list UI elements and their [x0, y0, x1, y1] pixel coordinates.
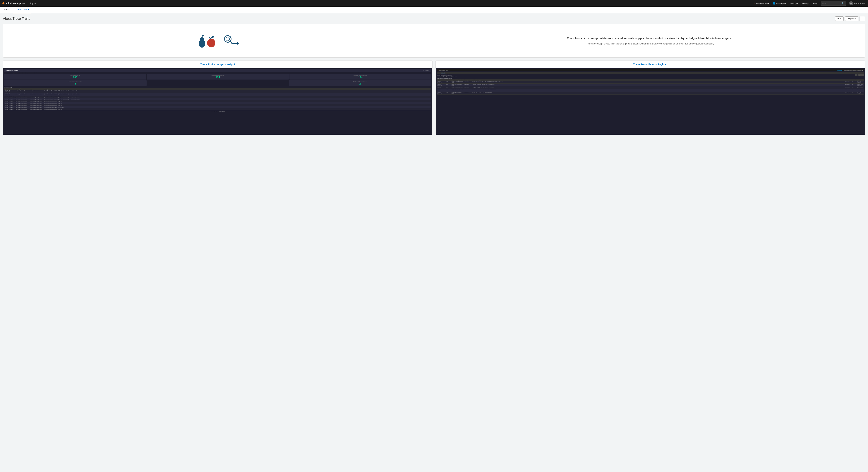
mini-metric-0: Fruits Traceability Events Stats 260 [4, 74, 146, 80]
ledgers-insight-title: Trace Fruits Ledgers Insight [3, 61, 432, 68]
svg-point-4 [207, 38, 215, 48]
mini-td-tracing: [FruitsReceiver] Validated block [131] i… [44, 100, 431, 102]
settings-chevron-icon: ▾ [797, 2, 798, 5]
mini-td-data: {"event":{"chaincode":"trace..."} [858, 81, 863, 83]
mini-td-container: peer0.popular.example.com [16, 103, 29, 104]
mini-dash-title: Trace Fruits Ledgers [5, 70, 18, 71]
mini-settings-label: Settings ▾ [849, 70, 852, 71]
mini-td-time: 2021-06-27 00:15:17 [5, 107, 14, 108]
avatar: Aa [849, 1, 853, 5]
mini-ph-key: payload.data.actions[].payload... [452, 80, 463, 81]
mini-ph-chaincode: chaincode_name [464, 80, 470, 81]
administrator-label: Administrator [756, 2, 768, 4]
mini-td-data: {"event":{"chaincode":"trace..."} [858, 90, 863, 91]
mini-tx-1-value: 2 [290, 82, 431, 85]
help-menu[interactable]: Help ▾ [812, 0, 820, 7]
table-row: 2021-06-27 00:15:17 peer0.bottung.exampl… [4, 100, 431, 102]
export-button[interactable]: Export ▾ [845, 17, 858, 21]
mini-th-time: _time [5, 88, 14, 90]
mini-td-channel: last [852, 84, 856, 85]
export-chevron-icon: ▾ [855, 17, 856, 20]
mini-dash-header: Trace Fruits Ledgers Edit Export ▾ ··· [4, 69, 431, 72]
apps-label: Apps [30, 2, 34, 5]
messages-menu[interactable]: 2 Messages ▾ [771, 0, 787, 7]
mini-table-title: Transactions Logs [4, 87, 431, 88]
mini-td-host: peer0.popular.example.com [30, 93, 43, 94]
apps-chevron-icon: ▾ [35, 2, 36, 4]
administrator-menu[interactable]: ⚠ Administrator ▾ [752, 0, 771, 7]
export-label: Export [847, 17, 854, 20]
activity-menu[interactable]: Activity ▾ [800, 0, 811, 7]
table-row: 2021-06-27 01:23:04.702 417 24f4693-43b4… [437, 81, 864, 84]
mini-td-key: 7370384-3dba-4635-af95-ba5a47100564 [452, 90, 463, 91]
mini-td-container: peer0.popular.example.com [16, 107, 29, 108]
mini-td-container: peer0.popular.example.com [16, 90, 29, 91]
mini-td-time: 2021-06-27 00:15:17 [5, 103, 14, 104]
mini-more-btn: ··· [429, 70, 430, 71]
table-row: 2021-06-27 00:15:17 peer0.bottung.exampl… [4, 96, 431, 98]
search-tab[interactable]: Search [2, 7, 13, 13]
table-row: 2021-06-27 00:15:17 peer0.popular.exampl… [4, 106, 431, 108]
mini-td-tracing: [FruitsReceiver] Validated block [131] i… [44, 105, 431, 106]
settings-menu[interactable]: Settings ▾ [788, 0, 800, 7]
apps-menu[interactable]: Apps ▾ [28, 0, 38, 7]
mini-edit-action: Edit [855, 74, 858, 76]
global-search-input[interactable] [823, 2, 841, 4]
mini-dashboards-nav: Dashboards ▾ [441, 72, 446, 73]
dashboards-tab[interactable]: Dashboards ▾ [13, 7, 31, 13]
mini-export-btn: Export ▾ [425, 70, 429, 71]
mini-metric-1: FruitsProvider Ledger Blockchain Height … [147, 74, 288, 80]
table-row: 2021-06-27 00:15:18.40 peer0.popular.exa… [4, 93, 431, 96]
app-name: splunk>enterprise [5, 2, 25, 5]
table-row: 2021-06-27 00:15:17 peer0.popular.exampl… [4, 102, 431, 104]
mini-td-host: peer0.popular.example.com [30, 103, 43, 104]
mini-splunk-left: ❖ splunk›enterprise Apps ▾ [437, 70, 448, 71]
table-row: 2021-06-27 01:23:04.702 418 06a6833-993b… [437, 84, 864, 86]
mini-td-time: 2021-06-27 01:39:48.537 [437, 92, 445, 94]
mini-td-time: 2021-06-27 00:15:17 [5, 96, 14, 98]
mini-second-nav: Search Dashboards ▾ [437, 72, 864, 74]
username-label: Trace Fruits [854, 2, 865, 4]
app-logo[interactable]: ❖ splunk>enterprise [2, 1, 25, 5]
user-profile[interactable]: Aa Trace Fruits [848, 0, 866, 7]
svg-point-1 [200, 37, 204, 42]
table-row: 2021-06-27 00:15:17 peer0.bottung.exampl… [4, 108, 431, 111]
mini-splunk-logo: ❖ [437, 70, 438, 71]
mini-dash-controls: Edit Export ▾ ··· [423, 70, 430, 71]
mini-td-key: 06a6833-993b-436a-6534-1342341356 [452, 84, 463, 86]
page-header: About Trace Fruits Edit Export ▾ ··· [3, 16, 865, 21]
mini-td-key: 25717f4-974e-449f-a863-d06b8abd2f33 [452, 92, 463, 94]
mini-tx-row: FruitsProvider Ledger Transaction Count … [4, 80, 431, 86]
mini-tx-0-value: 1 [5, 82, 146, 85]
mini-td-host: peer0.bottung.example.com [30, 96, 43, 98]
mini-td-time: 2021-06-27 00:15:17 [5, 100, 14, 102]
mini-splunk-bar: ❖ splunk›enterprise Apps ▾ ⚠ Administrat… [437, 69, 864, 71]
page-2: 2 [213, 111, 213, 112]
mini-td-time: 2021-06-27 00:15:17 [5, 98, 14, 100]
settings-label: Settings [790, 2, 797, 4]
mini-td-response: fruitsreceiver [845, 81, 851, 82]
mini-activity-label: Activity ▾ [853, 70, 856, 71]
mini-td-block: 418 [446, 92, 450, 93]
hero-section: Trace fruits is a conceptual demo to vis… [3, 24, 865, 58]
table-row: 2021-06-27 00:15:18.001 peer0.popular.ex… [4, 90, 431, 93]
table-row: 2021-06-27 00:15:17 peer0.popular.exampl… [4, 104, 431, 106]
page-info: Total: 4 pages [219, 111, 225, 112]
mini-td-host: peer0.bottung.example.com [30, 109, 43, 110]
hero-description: Trace fruits is a conceptual demo to vis… [567, 36, 732, 40]
mini-td-time: 2021-06-27 01:36:54.009 [437, 87, 445, 89]
mini-td-container: peer0.bottung.example.com [16, 96, 29, 98]
edit-button[interactable]: Edit [835, 17, 844, 21]
mini-td-tracing: [FruitsReceiver] Received block [131] fr… [44, 107, 431, 108]
more-options-button[interactable]: ··· [860, 16, 865, 21]
top-nav-right: ⚠ Administrator ▾ 2 Messages ▾ Settings … [752, 0, 866, 7]
search-icon[interactable]: 🔍 [842, 2, 844, 5]
mini-table: _time container_id host tracing_# 2021-0… [4, 88, 431, 111]
svg-point-6 [211, 36, 214, 38]
page-content: About Trace Fruits Edit Export ▾ ··· [0, 13, 868, 138]
global-search-box[interactable]: 🔍 [821, 1, 846, 6]
mini-ph-channel: channel_$ [852, 80, 856, 81]
ledgers-insight-card: Trace Fruits Ledgers Insight Trace Fruit… [3, 61, 433, 135]
administrator-chevron-icon: ▾ [768, 2, 769, 5]
page-title: About Trace Fruits [3, 17, 30, 21]
